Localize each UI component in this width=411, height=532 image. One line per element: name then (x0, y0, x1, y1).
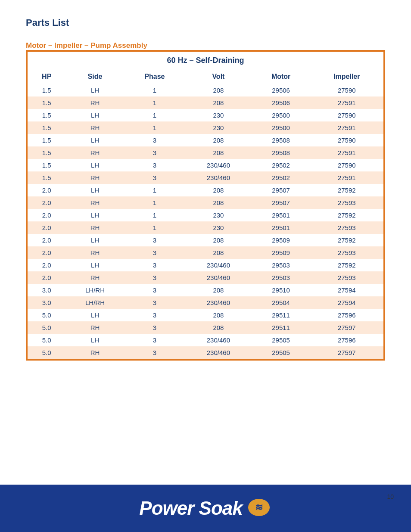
table-cell: 3.0 (28, 296, 65, 309)
table-cell: 3 (125, 309, 185, 321)
svg-text:≋: ≋ (255, 502, 263, 513)
table-row: 2.0RH12302950127593 (28, 221, 383, 234)
table-cell: 208 (185, 234, 252, 246)
table-cell: 3 (125, 134, 185, 146)
table-cell: LH (65, 159, 124, 171)
table-cell: LH (65, 209, 124, 221)
col-phase: Phase (125, 69, 185, 84)
table-row: 2.0LH12082950727592 (28, 184, 383, 196)
table-cell: 3 (125, 321, 185, 334)
table-cell: 27597 (310, 346, 383, 359)
table-cell: 27593 (310, 271, 383, 284)
table-row: 1.5RH12302950027591 (28, 121, 383, 134)
table-cell: 27590 (310, 109, 383, 121)
table-cell: 1.5 (28, 171, 65, 184)
table-row: 5.0LH32082951127596 (28, 309, 383, 321)
table-cell: 230 (185, 109, 252, 121)
table-cell: 29504 (252, 296, 310, 309)
table-cell: 27591 (310, 171, 383, 184)
table-cell: 1 (125, 121, 185, 134)
table-cell: RH (65, 271, 124, 284)
table-cell: 27593 (310, 246, 383, 259)
table-cell: 1 (125, 221, 185, 234)
table-cell: 29505 (252, 346, 310, 359)
col-volt: Volt (185, 69, 252, 84)
table-cell: 27596 (310, 334, 383, 346)
table-cell: 27594 (310, 296, 383, 309)
col-impeller: Impeller (310, 69, 383, 84)
table-cell: 230 (185, 209, 252, 221)
table-cell: 27592 (310, 184, 383, 196)
table-row: 3.0LH/RH3230/4602950427594 (28, 296, 383, 309)
table-header-row: HP Side Phase Volt Motor Impeller (28, 69, 383, 84)
table-row: 1.5LH3230/4602950227590 (28, 159, 383, 171)
table-cell: 1 (125, 209, 185, 221)
table-cell: 208 (185, 196, 252, 209)
table-cell: RH (65, 146, 124, 159)
table-cell: RH (65, 96, 124, 109)
table-cell: 27593 (310, 196, 383, 209)
table-row: 1.5LH12302950027590 (28, 109, 383, 121)
table-cell: 230 (185, 121, 252, 134)
table-row: 1.5LH12082950627590 (28, 84, 383, 96)
table-cell: 2.0 (28, 246, 65, 259)
table-cell: 3 (125, 259, 185, 271)
col-side: Side (65, 69, 124, 84)
table-cell: LH (65, 134, 124, 146)
table-cell: 230/460 (185, 171, 252, 184)
table-cell: LH (65, 234, 124, 246)
table-cell: 1.5 (28, 84, 65, 96)
table-row: 3.0LH/RH32082951027594 (28, 284, 383, 296)
table-cell: 3 (125, 234, 185, 246)
table-cell: RH (65, 196, 124, 209)
table-cell: 29500 (252, 109, 310, 121)
col-hp: HP (28, 69, 65, 84)
table-cell: 27597 (310, 321, 383, 334)
table-cell: 2.0 (28, 234, 65, 246)
table-cell: 3 (125, 171, 185, 184)
table-cell: 29509 (252, 234, 310, 246)
table-cell: 3 (125, 334, 185, 346)
table-cell: LH/RH (65, 296, 124, 309)
table-cell: 1 (125, 184, 185, 196)
table-cell: 208 (185, 134, 252, 146)
table-cell: 27593 (310, 221, 383, 234)
table-cell: 3 (125, 296, 185, 309)
page-title: Parts List (26, 17, 385, 28)
col-motor: Motor (252, 69, 310, 84)
table-row: 2.0RH12082950727593 (28, 196, 383, 209)
table-row: 1.5RH3230/4602950227591 (28, 171, 383, 184)
table-cell: 208 (185, 184, 252, 196)
table-cell: 208 (185, 321, 252, 334)
table-cell: 27591 (310, 121, 383, 134)
table-cell: LH (65, 109, 124, 121)
table-cell: 29509 (252, 246, 310, 259)
logo-text: Power Soak (139, 498, 242, 519)
table-cell: LH (65, 184, 124, 196)
table-cell: RH (65, 246, 124, 259)
table-cell: 1.5 (28, 121, 65, 134)
table-cell: 208 (185, 246, 252, 259)
table-cell: 29502 (252, 159, 310, 171)
table-cell: 29507 (252, 196, 310, 209)
table-cell: 5.0 (28, 321, 65, 334)
table-cell: 27596 (310, 309, 383, 321)
table-row: 1.5RH12082950627591 (28, 96, 383, 109)
table-cell: 2.0 (28, 259, 65, 271)
table-cell: 29508 (252, 134, 310, 146)
table-cell: 29503 (252, 259, 310, 271)
table-cell: 230 (185, 221, 252, 234)
table-cell: 2.0 (28, 209, 65, 221)
table-cell: 27592 (310, 234, 383, 246)
table-cell: 29500 (252, 121, 310, 134)
table-cell: 27594 (310, 284, 383, 296)
table-cell: 27592 (310, 259, 383, 271)
table-cell: 2.0 (28, 221, 65, 234)
page-number: 10 (387, 493, 394, 500)
table-cell: 3 (125, 284, 185, 296)
table-cell: 29508 (252, 146, 310, 159)
section-title: Motor – Impeller – Pump Assembly (26, 41, 385, 50)
footer: Power Soak ≋ 10 (0, 485, 411, 532)
table-cell: 1 (125, 196, 185, 209)
table-cell: 230/460 (185, 271, 252, 284)
